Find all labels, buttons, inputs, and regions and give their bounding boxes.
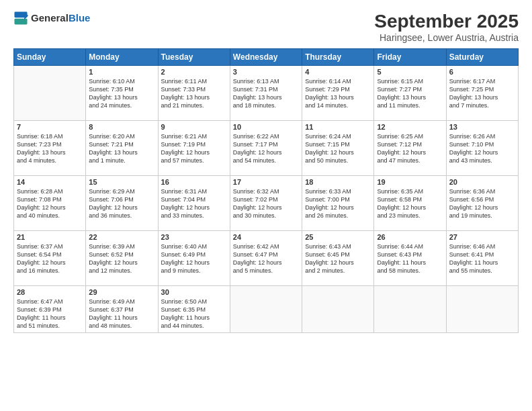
table-row: 27Sunrise: 6:46 AM Sunset: 6:41 PM Dayli… (446, 231, 518, 286)
cell-info: Sunrise: 6:22 AM Sunset: 7:17 PM Dayligh… (233, 132, 299, 165)
cell-info: Sunrise: 6:36 AM Sunset: 6:56 PM Dayligh… (449, 187, 515, 220)
day-number: 12 (377, 123, 443, 131)
table-row (302, 286, 374, 333)
cell-info: Sunrise: 6:10 AM Sunset: 7:35 PM Dayligh… (89, 77, 154, 110)
day-number: 11 (305, 123, 371, 131)
day-number: 16 (161, 178, 227, 186)
day-number: 19 (377, 178, 443, 186)
cell-info: Sunrise: 6:18 AM Sunset: 7:23 PM Dayligh… (17, 132, 83, 165)
table-row: 9Sunrise: 6:21 AM Sunset: 7:19 PM Daylig… (158, 121, 230, 176)
day-number: 17 (233, 178, 299, 186)
header-wednesday: Wednesday (230, 49, 302, 66)
table-row: 14Sunrise: 6:28 AM Sunset: 7:08 PM Dayli… (14, 176, 86, 231)
cell-info: Sunrise: 6:33 AM Sunset: 7:00 PM Dayligh… (305, 187, 371, 220)
table-row: 23Sunrise: 6:40 AM Sunset: 6:49 PM Dayli… (158, 231, 230, 286)
day-number: 20 (449, 178, 515, 186)
cell-info: Sunrise: 6:17 AM Sunset: 7:25 PM Dayligh… (449, 77, 515, 110)
day-number: 27 (449, 233, 515, 241)
main-title: September 2025 (374, 11, 519, 32)
day-number: 18 (305, 178, 371, 186)
cell-info: Sunrise: 6:13 AM Sunset: 7:31 PM Dayligh… (233, 77, 299, 110)
day-number: 7 (17, 123, 83, 131)
cell-info: Sunrise: 6:42 AM Sunset: 6:47 PM Dayligh… (233, 242, 299, 275)
cell-info: Sunrise: 6:14 AM Sunset: 7:29 PM Dayligh… (305, 77, 371, 110)
title-area: September 2025 Haringsee, Lower Austria,… (374, 11, 519, 43)
day-number: 10 (233, 123, 299, 131)
logo-blue: Blue (69, 12, 91, 24)
header-friday: Friday (374, 49, 446, 66)
page: GeneralBlue September 2025 Haringsee, Lo… (0, 0, 532, 411)
day-number: 21 (17, 233, 83, 241)
cell-info: Sunrise: 6:50 AM Sunset: 6:35 PM Dayligh… (161, 298, 227, 330)
cell-info: Sunrise: 6:15 AM Sunset: 7:27 PM Dayligh… (377, 77, 443, 110)
cell-info: Sunrise: 6:47 AM Sunset: 6:39 PM Dayligh… (17, 298, 83, 330)
day-number: 9 (161, 123, 227, 131)
table-row: 26Sunrise: 6:44 AM Sunset: 6:43 PM Dayli… (374, 231, 446, 286)
cell-info: Sunrise: 6:46 AM Sunset: 6:41 PM Dayligh… (449, 242, 515, 275)
table-row: 5Sunrise: 6:15 AM Sunset: 7:27 PM Daylig… (374, 66, 446, 121)
table-row (14, 66, 86, 121)
table-row: 29Sunrise: 6:49 AM Sunset: 6:37 PM Dayli… (86, 286, 158, 333)
day-number: 24 (233, 233, 299, 241)
day-number: 6 (449, 68, 515, 76)
table-row: 25Sunrise: 6:43 AM Sunset: 6:45 PM Dayli… (302, 231, 374, 286)
logo-text: GeneralBlue (31, 12, 90, 24)
table-row: 4Sunrise: 6:14 AM Sunset: 7:29 PM Daylig… (302, 66, 374, 121)
day-number: 26 (377, 233, 443, 241)
table-row: 22Sunrise: 6:39 AM Sunset: 6:52 PM Dayli… (86, 231, 158, 286)
day-number: 3 (233, 68, 299, 76)
day-number: 14 (17, 178, 83, 186)
table-row: 7Sunrise: 6:18 AM Sunset: 7:23 PM Daylig… (14, 121, 86, 176)
cell-info: Sunrise: 6:35 AM Sunset: 6:58 PM Dayligh… (377, 187, 443, 220)
table-row: 19Sunrise: 6:35 AM Sunset: 6:58 PM Dayli… (374, 176, 446, 231)
cell-info: Sunrise: 6:28 AM Sunset: 7:08 PM Dayligh… (17, 187, 83, 220)
table-row: 21Sunrise: 6:37 AM Sunset: 6:54 PM Dayli… (14, 231, 86, 286)
table-row: 13Sunrise: 6:26 AM Sunset: 7:10 PM Dayli… (446, 121, 518, 176)
table-row: 28Sunrise: 6:47 AM Sunset: 6:39 PM Dayli… (14, 286, 86, 333)
header-sunday: Sunday (14, 49, 86, 66)
table-row: 12Sunrise: 6:25 AM Sunset: 7:12 PM Dayli… (374, 121, 446, 176)
day-number: 2 (161, 68, 227, 76)
cell-info: Sunrise: 6:11 AM Sunset: 7:33 PM Dayligh… (161, 77, 227, 110)
cell-info: Sunrise: 6:20 AM Sunset: 7:21 PM Dayligh… (89, 132, 154, 165)
calendar: Sunday Monday Tuesday Wednesday Thursday… (13, 48, 519, 333)
day-number: 13 (449, 123, 515, 131)
day-number: 1 (89, 68, 154, 76)
logo-icon (13, 11, 28, 26)
header-tuesday: Tuesday (158, 49, 230, 66)
cell-info: Sunrise: 6:39 AM Sunset: 6:52 PM Dayligh… (89, 242, 154, 275)
table-row: 16Sunrise: 6:31 AM Sunset: 7:04 PM Dayli… (158, 176, 230, 231)
table-row: 11Sunrise: 6:24 AM Sunset: 7:15 PM Dayli… (302, 121, 374, 176)
table-row: 8Sunrise: 6:20 AM Sunset: 7:21 PM Daylig… (86, 121, 158, 176)
day-number: 15 (89, 178, 154, 186)
cell-info: Sunrise: 6:29 AM Sunset: 7:06 PM Dayligh… (89, 187, 154, 220)
logo-general: General (31, 12, 69, 24)
cell-info: Sunrise: 6:24 AM Sunset: 7:15 PM Dayligh… (305, 132, 371, 165)
table-row: 6Sunrise: 6:17 AM Sunset: 7:25 PM Daylig… (446, 66, 518, 121)
table-row: 1Sunrise: 6:10 AM Sunset: 7:35 PM Daylig… (86, 66, 158, 121)
cell-info: Sunrise: 6:37 AM Sunset: 6:54 PM Dayligh… (17, 242, 83, 275)
cell-info: Sunrise: 6:44 AM Sunset: 6:43 PM Dayligh… (377, 242, 443, 275)
day-number: 8 (89, 123, 154, 131)
header: GeneralBlue September 2025 Haringsee, Lo… (13, 11, 519, 43)
day-number: 28 (17, 288, 83, 296)
cell-info: Sunrise: 6:32 AM Sunset: 7:02 PM Dayligh… (233, 187, 299, 220)
day-number: 29 (89, 288, 154, 296)
cell-info: Sunrise: 6:25 AM Sunset: 7:12 PM Dayligh… (377, 132, 443, 165)
header-thursday: Thursday (302, 49, 374, 66)
cell-info: Sunrise: 6:43 AM Sunset: 6:45 PM Dayligh… (305, 242, 371, 275)
table-row: 17Sunrise: 6:32 AM Sunset: 7:02 PM Dayli… (230, 176, 302, 231)
day-number: 5 (377, 68, 443, 76)
table-row: 18Sunrise: 6:33 AM Sunset: 7:00 PM Dayli… (302, 176, 374, 231)
table-row (374, 286, 446, 333)
subtitle: Haringsee, Lower Austria, Austria (374, 32, 519, 43)
table-row (230, 286, 302, 333)
cell-info: Sunrise: 6:31 AM Sunset: 7:04 PM Dayligh… (161, 187, 227, 220)
header-saturday: Saturday (446, 49, 518, 66)
cell-info: Sunrise: 6:49 AM Sunset: 6:37 PM Dayligh… (89, 298, 154, 330)
day-number: 4 (305, 68, 371, 76)
header-monday: Monday (86, 49, 158, 66)
table-row (446, 286, 518, 333)
day-number: 30 (161, 288, 227, 296)
table-row: 3Sunrise: 6:13 AM Sunset: 7:31 PM Daylig… (230, 66, 302, 121)
